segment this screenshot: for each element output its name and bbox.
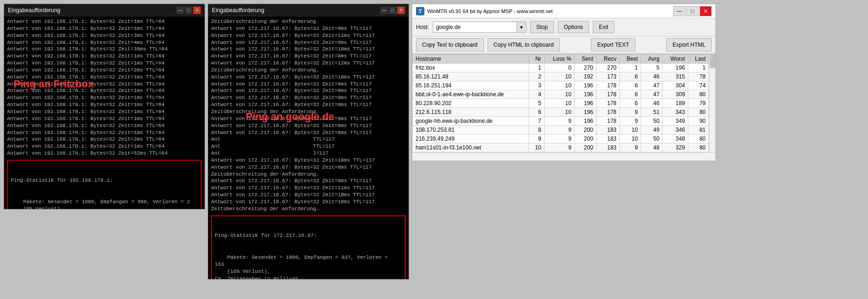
winmtr-table-cell: 3 <box>529 81 545 90</box>
winmtr-window: T WinMTR v0.92 64 bit by Appnor MSP - ww… <box>412 4 716 161</box>
winmtr-table-cell: 4 <box>529 90 545 99</box>
cmd1-line: Antwort von 192.168.178.1: Bytes=32 Zeit… <box>7 108 202 115</box>
winmtr-table-cell: 46 <box>641 72 663 81</box>
cmd2-line: Antwort von 172.217.16.67: Bytes=32 Zeit… <box>211 94 406 101</box>
winmtr-table-cell: 178 <box>596 81 620 90</box>
cmd1-line: Antwort von 192.168.178.1: Bytes=32 Zeit… <box>7 136 202 143</box>
winmtr-table-row: google-hh.ewe-ip-backbone.de791961789503… <box>413 117 709 126</box>
cmd-window-2: Eingabeaufforderung — □ ✕ Zeitüberschrei… <box>208 4 409 279</box>
cmd2-maximize-btn[interactable]: □ <box>389 7 396 14</box>
winmtr-host-label: Host: <box>416 24 429 30</box>
winmtr-table-cell: 10 <box>544 108 575 117</box>
winmtr-col-header: Last <box>688 55 708 64</box>
winmtr-table-cell: 200 <box>575 143 597 152</box>
winmtr-export-text-btn[interactable]: Export TEXT <box>591 38 635 51</box>
winmtr-table-cell: 270 <box>575 64 597 72</box>
winmtr-table-cell: 6 <box>620 90 641 99</box>
winmtr-table-cell: 47 <box>641 81 663 90</box>
cmd2-line: Antwort von 172.217.16.67: Bytes=32 Zeit… <box>211 81 406 88</box>
winmtr-host-field: ▼ <box>433 21 526 33</box>
winmtr-export-html-btn[interactable]: Export HTML <box>666 38 712 51</box>
winmtr-table-cell: 7 <box>529 117 545 126</box>
cmd2-line: Ant l=117 <box>211 150 406 157</box>
winmtr-table-cell: 6 <box>529 108 545 117</box>
cmd1-stat-box: Ping-Statistik für 192.168.178.1: Pakete… <box>7 160 202 209</box>
winmtr-table-row: 108.170.253.8189200183104934681 <box>413 126 709 135</box>
winmtr-table-cell: 5 <box>641 64 663 72</box>
winmtr-table-row: ham11s01-in-f3.1e100.net1092001839483298… <box>413 143 709 152</box>
winmtr-table-cell: 304 <box>663 81 688 90</box>
winmtr-table-cell: 9 <box>544 143 575 152</box>
cmd1-line: Antwort von 192.168.178.1: Bytes=32 Zeit… <box>7 25 202 32</box>
cmd2-stat-line: 163 <box>215 261 402 268</box>
winmtr-options-btn[interactable]: Options <box>558 21 589 33</box>
winmtr-table-cell: 183 <box>596 143 620 152</box>
winmtr-table-row: 80.228.90.20251019617864618979 <box>413 99 709 108</box>
winmtr-table-cell: 183 <box>596 135 620 143</box>
cmd1-close-btn[interactable]: ✕ <box>193 7 201 14</box>
winmtr-table-body: fritz.box1027027015196185.16.121.4821019… <box>413 64 709 152</box>
cmd-window-1: Eingabeaufforderung — □ ✕ Antwort von 19… <box>4 4 205 209</box>
winmtr-title-left: T WinMTR v0.92 64 bit by Appnor MSP - ww… <box>416 7 553 15</box>
cmd1-line: Antwort von 192.168.178.1: Bytes=32 Zeit… <box>7 32 202 39</box>
cmd2-line: Antwort von 172.217.16.67: Bytes=32 Zeit… <box>211 53 406 60</box>
winmtr-table-cell: 9 <box>529 135 545 143</box>
cmd2-line: Zeitüberschreitung der Anforderung. <box>211 171 406 178</box>
winmtr-host-input[interactable] <box>433 21 517 33</box>
winmtr-table-cell: 173 <box>596 72 620 81</box>
cmd1-line: Antwort von 192.168.178.1: Bytes=32 Zeit… <box>7 46 202 53</box>
winmtr-table-cell: 200 <box>575 135 597 143</box>
cmd1-content: Antwort von 192.168.178.1: Bytes=32 Zeit… <box>4 16 204 209</box>
winmtr-table-cell: 80 <box>688 108 708 117</box>
cmd2-line: Ant TTL=117 <box>211 136 406 143</box>
cmd2-line: Antwort von 172.217.16.67: Bytes=32 Zeit… <box>211 192 406 199</box>
winmtr-table-cell: 1 <box>688 64 708 72</box>
cmd2-minimize-btn[interactable]: — <box>380 7 388 14</box>
winmtr-table-cell: 50 <box>641 135 663 143</box>
cmd1-stat-line: Pakete: Gesendet = 1000, Empfangen = 998… <box>11 199 198 206</box>
winmtr-scrollbar[interactable] <box>709 54 715 152</box>
winmtr-host-dropdown[interactable]: ▼ <box>517 21 526 33</box>
winmtr-table-cell: 192 <box>575 72 597 81</box>
winmtr-exit-btn[interactable]: Exit <box>593 21 614 33</box>
winmtr-table-cell: 315 <box>663 72 688 81</box>
cmd1-maximize-btn[interactable]: □ <box>185 7 192 14</box>
winmtr-table-scroll: HostnameNrLoss %SentRecvBestAvrgWorstLas… <box>412 54 709 152</box>
winmtr-table-wrapper: HostnameNrLoss %SentRecvBestAvrgWorstLas… <box>412 54 715 152</box>
winmtr-table-row: 85.16.251.19431019617864730474 <box>413 81 709 90</box>
winmtr-table-cell: 81 <box>688 126 708 135</box>
winmtr-table-cell: 349 <box>663 117 688 126</box>
cmd1-line: Antwort von 192.168.178.1: Bytes=32 Zeit… <box>7 150 202 157</box>
winmtr-table-cell: 309 <box>663 90 688 99</box>
cmd1-ping-label: Ping an Fritzbox <box>14 77 94 91</box>
winmtr-stop-btn[interactable]: Stop <box>530 21 554 33</box>
winmtr-table-cell: 0 <box>544 64 575 72</box>
cmd2-titlebar-buttons: — □ ✕ <box>380 7 405 14</box>
winmtr-table-cell: 346 <box>663 126 688 135</box>
winmtr-minimize-btn[interactable]: — <box>673 6 686 16</box>
winmtr-col-header: Recv <box>596 55 620 64</box>
cmd2-line: Antwort von 172.217.16.67: Bytes=32 Zeit… <box>211 60 406 67</box>
cmd1-titlebar: Eingabeaufforderung — □ ✕ <box>4 4 204 16</box>
cmd1-minimize-btn[interactable]: — <box>176 7 184 14</box>
cmd2-stat-line: (16% Verlust), <box>215 268 402 275</box>
winmtr-close-btn[interactable]: ✕ <box>700 6 712 16</box>
cmd2-line: Zeitüberschreitung der Anforderung. <box>211 18 406 25</box>
winmtr-copy-text-btn[interactable]: Copy Text to clipboard <box>416 38 484 51</box>
winmtr-titlebar: T WinMTR v0.92 64 bit by Appnor MSP - ww… <box>412 4 715 18</box>
cmd1-stat-line: (0% Verlust), <box>11 206 198 209</box>
winmtr-col-header: Worst <box>663 55 688 64</box>
winmtr-table-cell: 50 <box>641 117 663 126</box>
winmtr-clipboard-bar: Copy Text to clipboard Copy HTML to clip… <box>412 36 715 54</box>
cmd2-close-btn[interactable]: ✕ <box>397 7 405 14</box>
winmtr-table-cell: google-hh.ewe-ip-backbone.de <box>413 117 529 126</box>
winmtr-table-row: 212.6.115.11861019617895134380 <box>413 108 709 117</box>
winmtr-copy-html-btn[interactable]: Copy HTML to clipboard <box>488 38 560 51</box>
winmtr-col-header: Avrg <box>641 55 663 64</box>
cmd2-ping-label: Ping an google.de <box>246 110 334 124</box>
winmtr-table-cell: 80 <box>688 90 708 99</box>
winmtr-maximize-btn[interactable]: □ <box>686 6 699 16</box>
winmtr-title: WinMTR v0.92 64 bit by Appnor MSP - www.… <box>427 8 553 14</box>
winmtr-table-cell: 10 <box>529 143 545 152</box>
winmtr-table-cell: 9 <box>544 135 575 143</box>
